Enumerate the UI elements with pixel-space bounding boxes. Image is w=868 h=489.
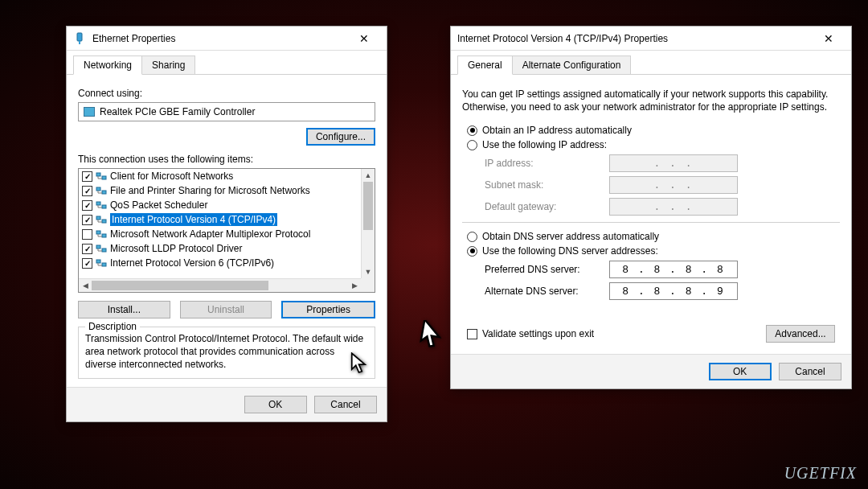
list-item[interactable]: Microsoft LLDP Protocol Driver — [79, 241, 361, 256]
svg-rect-2 — [96, 173, 100, 176]
ethernet-icon — [73, 32, 86, 45]
cancel-button[interactable]: Cancel — [779, 363, 841, 380]
list-item[interactable]: File and Printer Sharing for Microsoft N… — [79, 183, 361, 198]
dialog-title: Internet Protocol Version 4 (TCP/IPv4) P… — [457, 33, 813, 44]
gateway-input: . . . — [609, 198, 738, 216]
networking-pane: Connect using: Realtek PCIe GBE Family C… — [67, 75, 387, 387]
radio-ip-auto[interactable]: Obtain an IP address automatically — [467, 125, 840, 136]
ip-address-label: IP address: — [485, 158, 609, 169]
cancel-button[interactable]: Cancel — [314, 396, 377, 413]
checkbox-icon[interactable] — [82, 186, 92, 196]
scroll-right-icon[interactable]: ▶ — [348, 279, 361, 292]
radio-icon — [467, 140, 477, 150]
ip-address-input: . . . — [609, 154, 738, 172]
svg-rect-13 — [102, 249, 106, 252]
watermark: UGETFIX — [784, 464, 857, 483]
close-icon[interactable]: ✕ — [348, 27, 380, 50]
list-item-label: File and Printer Sharing for Microsoft N… — [110, 185, 310, 196]
protocol-icon — [96, 185, 107, 196]
preferred-dns-label: Preferred DNS server: — [485, 264, 609, 275]
scrollbar-thumb[interactable] — [92, 281, 268, 290]
svg-rect-0 — [77, 33, 82, 41]
checkbox-icon[interactable] — [82, 244, 92, 254]
checkbox-icon[interactable] — [82, 200, 92, 211]
dialog-title: Ethernet Properties — [92, 33, 348, 44]
uninstall-button: Uninstall — [180, 301, 272, 318]
radio-dns-manual[interactable]: Use the following DNS server addresses: — [467, 245, 840, 257]
ethernet-properties-dialog: Ethernet Properties ✕ Networking Sharing… — [66, 26, 387, 422]
list-item[interactable]: Microsoft Network Adapter Multiplexor Pr… — [79, 227, 361, 241]
nic-icon — [84, 107, 95, 117]
properties-button[interactable]: Properties — [281, 301, 375, 318]
close-icon[interactable]: ✕ — [813, 27, 845, 50]
advanced-button[interactable]: Advanced... — [766, 325, 835, 343]
list-item-label: Client for Microsoft Networks — [110, 171, 233, 182]
subnet-row: Subnet mask: . . . — [485, 176, 840, 194]
svg-rect-3 — [102, 176, 106, 179]
scroll-left-icon[interactable]: ◀ — [79, 279, 92, 292]
radio-icon — [467, 232, 477, 242]
validate-checkbox[interactable]: Validate settings upon exit — [467, 328, 594, 339]
ok-button[interactable]: OK — [244, 396, 307, 413]
preferred-dns-row: Preferred DNS server: 8 . 8 . 8 . 8 — [485, 261, 840, 278]
ok-button[interactable]: OK — [709, 363, 772, 380]
tab-general[interactable]: General — [457, 55, 513, 75]
items-label: This connection uses the following items… — [78, 154, 375, 165]
list-item[interactable]: QoS Packet Scheduler — [79, 198, 361, 212]
checkbox-icon[interactable] — [82, 229, 92, 240]
checkbox-icon[interactable] — [82, 171, 92, 182]
preferred-dns-input[interactable]: 8 . 8 . 8 . 8 — [609, 261, 738, 278]
protocol-icon — [96, 243, 107, 254]
list-item[interactable]: Client for Microsoft Networks — [79, 169, 361, 183]
svg-rect-4 — [96, 187, 100, 191]
validate-label: Validate settings upon exit — [482, 328, 594, 339]
list-item-label: Internet Protocol Version 6 (TCP/IPv6) — [110, 257, 274, 269]
checkbox-icon[interactable] — [82, 258, 92, 269]
gateway-label: Default gateway: — [485, 201, 609, 212]
list-item[interactable]: Internet Protocol Version 6 (TCP/IPv6) — [79, 256, 361, 270]
install-button[interactable]: Install... — [78, 301, 170, 318]
svg-rect-10 — [96, 231, 100, 234]
titlebar[interactable]: Ethernet Properties ✕ — [67, 27, 387, 51]
adapter-field[interactable]: Realtek PCIe GBE Family Controller — [78, 102, 375, 121]
dialog-footer: OK Cancel — [67, 387, 387, 421]
subnet-input: . . . — [609, 176, 738, 194]
tcpip-properties-dialog: Internet Protocol Version 4 (TCP/IPv4) P… — [450, 26, 852, 389]
protocol-icon — [96, 199, 107, 211]
checkbox-icon — [467, 329, 477, 339]
vertical-scrollbar[interactable]: ▲ ▼ — [361, 169, 375, 278]
scroll-up-icon[interactable]: ▲ — [362, 169, 375, 182]
horizontal-scrollbar[interactable]: ◀ ▶ — [79, 278, 361, 292]
subnet-label: Subnet mask: — [485, 179, 609, 191]
scrollbar-thumb[interactable] — [363, 182, 373, 230]
svg-rect-12 — [96, 245, 100, 249]
svg-rect-8 — [96, 216, 100, 220]
radio-dns-auto[interactable]: Obtain DNS server address automatically — [467, 231, 840, 242]
tab-networking[interactable]: Networking — [73, 55, 142, 75]
protocol-icon — [96, 257, 107, 269]
radio-label: Use the following DNS server addresses: — [482, 245, 658, 257]
gateway-row: Default gateway: . . . — [485, 198, 840, 216]
list-item[interactable]: Internet Protocol Version 4 (TCP/IPv4) — [79, 212, 361, 227]
dns-group: Obtain DNS server address automatically … — [462, 222, 840, 312]
scroll-down-icon[interactable]: ▼ — [362, 265, 375, 278]
checkbox-icon[interactable] — [82, 215, 92, 225]
titlebar[interactable]: Internet Protocol Version 4 (TCP/IPv4) P… — [451, 27, 851, 51]
tab-sharing[interactable]: Sharing — [141, 55, 195, 74]
radio-label: Use the following IP address: — [482, 139, 607, 150]
adapter-name: Realtek PCIe GBE Family Controller — [100, 106, 255, 117]
alternate-dns-input[interactable]: 8 . 8 . 8 . 9 — [609, 282, 738, 300]
svg-rect-7 — [102, 205, 106, 208]
description-text: Transmission Control Protocol/Internet P… — [85, 332, 368, 372]
protocol-icon — [96, 214, 107, 225]
list-item-label: Microsoft Network Adapter Multiplexor Pr… — [110, 228, 310, 240]
ip-settings-description: You can get IP settings assigned automat… — [462, 88, 840, 113]
alternate-dns-label: Alternate DNS server: — [485, 286, 609, 297]
ip-address-row: IP address: . . . — [485, 154, 840, 172]
tab-alternate-configuration[interactable]: Alternate Configuration — [512, 55, 632, 74]
list-item-label: QoS Packet Scheduler — [110, 199, 207, 211]
svg-rect-5 — [102, 191, 106, 194]
svg-rect-9 — [102, 220, 106, 223]
configure-button[interactable]: Configure... — [306, 128, 375, 146]
radio-ip-manual[interactable]: Use the following IP address: — [467, 139, 840, 150]
